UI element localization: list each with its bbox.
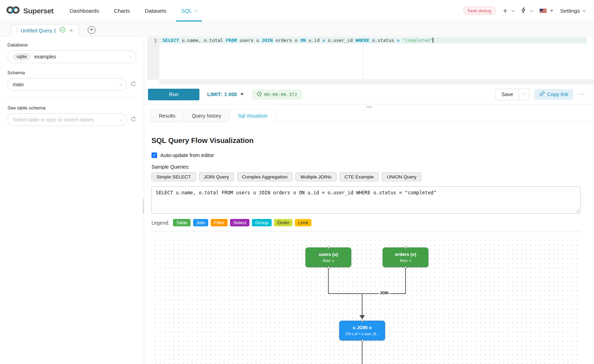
- visualizer-title: SQL Query Flow Visualization: [151, 136, 581, 145]
- port-dot[interactable]: [327, 246, 330, 249]
- south-pane: Results Query history Sql Visualizer SQL…: [144, 105, 594, 364]
- legend-badge-select: Select: [230, 219, 250, 226]
- language-picker[interactable]: [539, 8, 553, 13]
- legend-badge-limit: Limit: [295, 219, 311, 226]
- schema-select[interactable]: main: [7, 78, 127, 91]
- plus-icon: +: [503, 7, 507, 14]
- table-select[interactable]: Select table or type to search tables: [7, 113, 127, 126]
- sidebar-divider: [7, 98, 136, 98]
- refresh-schema-icon[interactable]: [130, 81, 136, 88]
- sample-multiple-joins-button[interactable]: Multiple JOINs: [296, 172, 336, 181]
- edge-users-to-join: [328, 268, 329, 294]
- left-sidebar: Database sqlite examples Schema main See…: [0, 37, 144, 364]
- port-dot[interactable]: [361, 320, 364, 322]
- us-flag-icon: [539, 8, 547, 13]
- limit-dropdown[interactable]: LIMIT: 1 000: [207, 92, 244, 97]
- new-query-tab-button[interactable]: +: [88, 26, 95, 34]
- tab-sql-visualizer[interactable]: Sql Visualizer: [229, 109, 276, 122]
- brand-name: Superset: [23, 7, 54, 15]
- join-edge-label: JOIN: [379, 290, 390, 295]
- query-tab-title: Untitled Query 1: [21, 28, 56, 33]
- chevron-down-icon: [511, 8, 515, 12]
- save-button[interactable]: Save: [495, 89, 519, 100]
- nav-sql[interactable]: SQL: [181, 0, 197, 21]
- node-join[interactable]: u JOIN o ON u.id = o.user_id...: [339, 321, 385, 340]
- sql-token: o.user_id: [325, 38, 355, 43]
- port-dot[interactable]: [361, 339, 364, 342]
- node-orders-table[interactable]: orders (o) Alias: o: [383, 247, 428, 267]
- sql-token: =: [397, 38, 402, 43]
- link-icon: [539, 91, 545, 98]
- caret-down-icon: [550, 10, 553, 12]
- database-select[interactable]: sqlite examples: [7, 50, 136, 63]
- tab-query-history[interactable]: Query history: [184, 109, 230, 122]
- save-button-group: Save: [495, 89, 530, 100]
- sql-token: u.name, o.total: [179, 38, 226, 43]
- query-timer: 00:00:00.372: [252, 90, 302, 99]
- legend-badge-order: Order: [274, 219, 293, 226]
- query-search-menu[interactable]: [521, 7, 532, 15]
- chevron-down-icon: [530, 8, 533, 12]
- sample-join-query-button[interactable]: JOIN Query: [199, 172, 234, 181]
- database-engine-pill: sqlite: [13, 53, 31, 60]
- node-users-table[interactable]: users (u) Alias: u: [305, 247, 351, 267]
- close-tab-icon[interactable]: ✕: [69, 28, 74, 33]
- sql-lab-app: Superset Dashboards Charts Datasets SQL …: [0, 0, 594, 364]
- sample-query-buttons: Simple SELECT JOIN Query Complex Aggrega…: [151, 172, 581, 181]
- run-button[interactable]: Run: [148, 89, 199, 100]
- sql-editor[interactable]: 1 SELECT u.name, o.total FROM users u JO…: [144, 37, 594, 84]
- navbar-right: flask-debug + Settings: [463, 7, 585, 15]
- environment-badge: flask-debug: [463, 7, 496, 15]
- sample-simple-select-button[interactable]: Simple SELECT: [151, 172, 196, 181]
- settings-menu[interactable]: Settings: [560, 8, 585, 14]
- sql-token: FROM: [226, 38, 237, 43]
- chevron-down-icon: [129, 55, 132, 58]
- arrowhead-icon: [359, 315, 365, 319]
- sql-code-line[interactable]: SELECT u.name, o.total FROM users u JOIN…: [162, 37, 433, 44]
- sql-token: o.status: [369, 38, 397, 43]
- editor-horizontal-scrollbar[interactable]: [159, 80, 594, 84]
- port-dot[interactable]: [404, 266, 407, 269]
- app-logo[interactable]: Superset: [6, 5, 54, 16]
- port-dot[interactable]: [327, 266, 330, 269]
- nav-dashboards[interactable]: Dashboards: [70, 0, 99, 21]
- node-subtitle: ON u.id = o.user_id...: [340, 332, 385, 336]
- line-number: 1: [147, 37, 157, 44]
- nav-charts[interactable]: Charts: [114, 0, 130, 21]
- legend-badge-table: Table: [173, 219, 191, 226]
- sample-complex-aggregation-button[interactable]: Complex Aggregation: [237, 172, 292, 181]
- more-menu-icon[interactable]: ···: [578, 91, 585, 98]
- legend-badge-join: Join: [193, 219, 208, 226]
- refresh-tables-icon[interactable]: [130, 116, 136, 124]
- nav-datasets[interactable]: Datasets: [145, 0, 166, 21]
- schema-label: Schema: [7, 70, 136, 75]
- edge-center-drop: [362, 293, 363, 315]
- tab-results[interactable]: Results: [150, 109, 184, 122]
- limit-label: LIMIT:: [207, 92, 222, 97]
- flow-canvas[interactable]: JOIN users (u) Alias: u orders (o) Alias…: [151, 236, 581, 364]
- auto-update-checkbox[interactable]: [151, 152, 157, 158]
- navbar: Superset Dashboards Charts Datasets SQL …: [0, 0, 594, 22]
- query-tab[interactable]: Untitled Query 1 ✕: [11, 24, 79, 36]
- editor-toolbar: Run LIMIT: 1 000 00:00:00.372 Save Copy …: [144, 84, 594, 105]
- copy-link-button[interactable]: Copy link: [534, 89, 573, 100]
- sql-token: u.id: [306, 38, 322, 43]
- save-dropdown-button[interactable]: [519, 89, 530, 100]
- port-dot[interactable]: [404, 246, 407, 249]
- new-item-menu[interactable]: +: [503, 7, 514, 14]
- sql-input-textarea[interactable]: SELECT u.name, o.total FROM users u JOIN…: [151, 186, 581, 214]
- pane-resize-handle[interactable]: [366, 106, 372, 109]
- legend-badge-group: Group: [252, 219, 272, 226]
- schema-value: main: [13, 82, 24, 87]
- sql-token: JOIN: [262, 38, 273, 43]
- table-schema-label: See table schema: [7, 105, 136, 111]
- sample-cte-example-button[interactable]: CTE Example: [340, 172, 379, 181]
- content-divider: [151, 231, 581, 231]
- sample-union-query-button[interactable]: UNION Query: [382, 172, 421, 181]
- node-subtitle: Alias: o: [383, 259, 428, 263]
- auto-update-label: Auto-update from editor: [160, 152, 214, 158]
- sql-token: SELECT: [162, 38, 179, 43]
- node-title: orders (o): [383, 252, 428, 257]
- sql-token: orders o: [273, 38, 300, 43]
- drag-handle-icon[interactable]: [17, 27, 18, 34]
